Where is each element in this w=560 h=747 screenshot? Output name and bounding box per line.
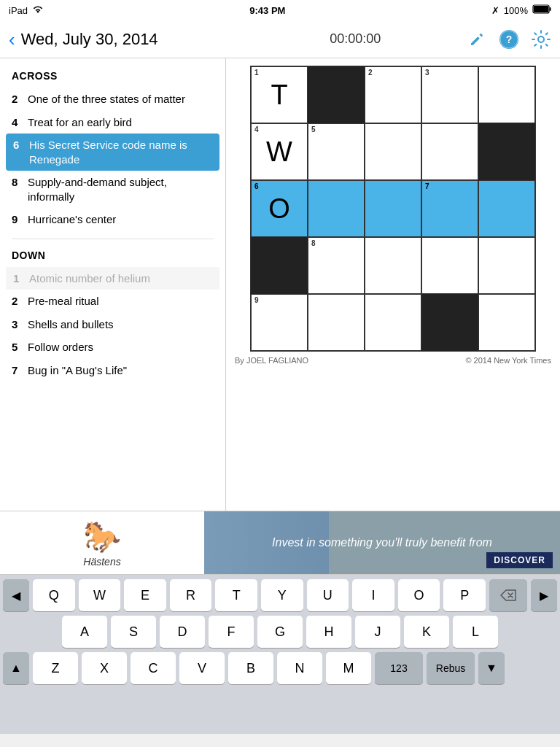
grid-cell[interactable] [478,237,535,294]
clue-down-3[interactable]: 3 Shells and bullets [0,313,225,336]
bluetooth-icon: ✗ [491,5,499,16]
crossword-grid[interactable]: 1T234W56O789 [250,66,536,352]
clue-num: 2 [12,92,28,107]
grid-cell[interactable] [478,123,535,180]
cell-letter: W [266,138,292,166]
key-up-arrow[interactable]: ▲ [3,652,29,684]
cell-number: 1 [254,69,259,77]
key-h[interactable]: H [306,616,351,648]
clue-across-6[interactable]: 6 His Secret Service code name is Renega… [6,133,219,171]
key-l[interactable]: L [453,616,498,648]
grid-cell[interactable]: 9 [251,294,308,351]
grid-cell[interactable]: 4W [251,123,308,180]
grid-cell[interactable]: 6O [251,180,308,237]
wifi-icon [32,5,44,16]
help-button[interactable]: ? [499,29,519,50]
key-v[interactable]: V [179,652,225,684]
clue-down-1[interactable]: 1 Atomic number of helium [6,267,219,290]
clue-text: Bug in "A Bug's Life" [28,363,214,378]
key-t[interactable]: T [215,579,257,611]
grid-cell[interactable] [478,66,535,123]
down-title: DOWN [0,247,225,267]
grid-cell[interactable] [308,294,365,351]
ad-cta[interactable]: DISCOVER [486,552,553,568]
key-q[interactable]: Q [33,579,75,611]
timer-display: 00:00:00 [244,31,467,47]
key-r[interactable]: R [170,579,212,611]
grid-cell[interactable] [421,123,478,180]
key-x[interactable]: X [82,652,127,684]
key-i[interactable]: I [352,579,394,611]
clue-num: 5 [12,340,28,355]
key-c[interactable]: C [131,652,176,684]
status-left: iPad [9,5,44,16]
grid-cell[interactable] [308,180,365,237]
status-right: ✗ 100% [491,4,551,16]
battery-label: 100% [504,5,528,16]
key-right-arrow[interactable]: ▶ [531,579,557,611]
clue-text: Pre-meal ritual [28,294,214,309]
grid-cell[interactable]: 8 [308,237,365,294]
key-e[interactable]: E [124,579,166,611]
status-bar: iPad 9:43 PM ✗ 100% [0,0,560,20]
grid-cell[interactable]: 7 [421,180,478,237]
key-s[interactable]: S [111,616,156,648]
key-backspace[interactable] [489,579,527,611]
ad-banner[interactable]: 🐎 Hästens Invest in something you'll tru… [0,511,560,575]
clue-across-2[interactable]: 2 One of the three states of matter [0,88,225,111]
svg-point-6 [538,36,544,42]
clue-down-2[interactable]: 2 Pre-meal ritual [0,290,225,313]
key-left-arrow[interactable]: ◀ [3,579,29,611]
grid-cell[interactable] [478,180,535,237]
clue-text: His Secret Service code name is Renegade [29,138,212,166]
ad-tagline: Invest in something you'll truly benefit… [265,535,499,551]
key-123[interactable]: 123 [375,652,423,684]
grid-cell[interactable] [365,123,421,180]
grid-cell[interactable]: 2 [365,66,421,123]
nav-bar: ‹ Wed, July 30, 2014 00:00:00 ? [0,20,560,58]
key-g[interactable]: G [257,616,303,648]
key-w[interactable]: W [79,579,121,611]
grid-cell[interactable]: 5 [308,123,365,180]
key-k[interactable]: K [404,616,449,648]
clue-across-8[interactable]: 8 Supply-and-demand subject, informally [0,171,225,208]
clue-across-9[interactable]: 9 Hurricane's center [0,208,225,231]
svg-text:?: ? [506,34,513,45]
clue-down-5[interactable]: 5 Follow orders [0,336,225,359]
status-time: 9:43 PM [249,5,285,16]
ad-content: Invest in something you'll truly benefit… [204,511,560,574]
grid-cell[interactable]: 3 [421,66,478,123]
key-p[interactable]: P [443,579,486,611]
grid-cell[interactable] [365,180,421,237]
grid-cell[interactable] [421,237,478,294]
grid-cell[interactable] [478,294,535,351]
grid-cell[interactable] [251,237,308,294]
key-a[interactable]: A [62,616,107,648]
key-m[interactable]: M [326,652,371,684]
key-y[interactable]: Y [261,579,303,611]
key-u[interactable]: U [307,579,349,611]
grid-cell[interactable] [421,294,478,351]
key-o[interactable]: O [398,579,440,611]
grid-cell[interactable]: 1T [251,66,308,123]
key-f[interactable]: F [209,616,254,648]
settings-button[interactable] [531,29,551,50]
key-z[interactable]: Z [33,652,78,684]
clue-across-4[interactable]: 4 Treat for an early bird [0,111,225,134]
key-j[interactable]: J [355,616,400,648]
key-n[interactable]: N [277,652,322,684]
grid-attribution: By JOEL FAGLIANO © 2014 New York Times [233,356,553,365]
grid-cell[interactable] [308,66,365,123]
clue-text: Atomic number of helium [29,271,212,286]
clues-panel: ACROSS 2 One of the three states of matt… [0,58,226,511]
edit-button[interactable] [467,29,487,50]
grid-cell[interactable] [365,294,421,351]
key-b[interactable]: B [228,652,273,684]
key-d[interactable]: D [160,616,205,648]
key-rebus[interactable]: Rebus [427,652,475,684]
back-button[interactable]: ‹ [9,30,15,49]
svg-rect-2 [534,6,548,12]
key-down-arrow[interactable]: ▼ [478,652,505,684]
grid-cell[interactable] [365,237,421,294]
clue-down-7[interactable]: 7 Bug in "A Bug's Life" [0,359,225,382]
